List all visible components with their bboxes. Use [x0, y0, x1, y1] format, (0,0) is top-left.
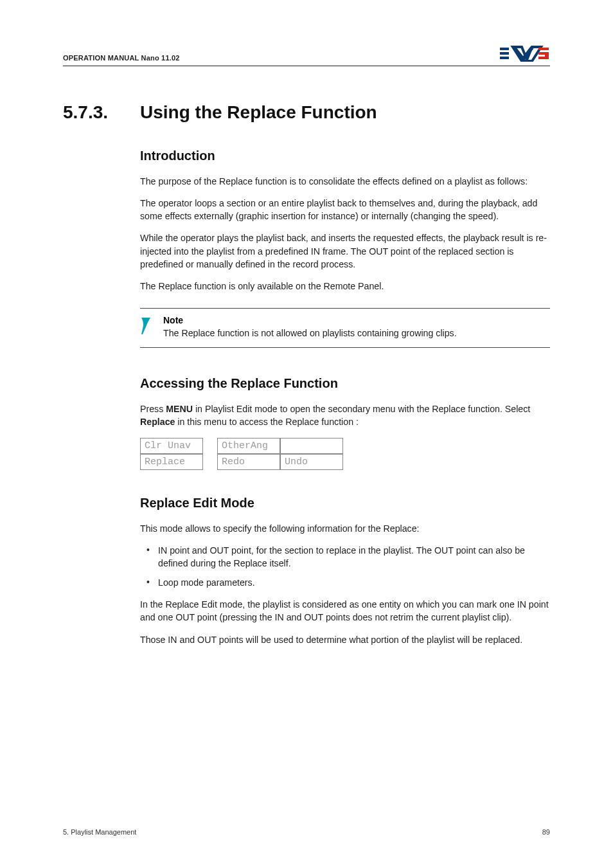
intro-heading: Introduction [140, 149, 550, 163]
menu-cell-r1c4 [280, 438, 343, 454]
svg-rect-2 [500, 57, 509, 59]
menu-spacer [203, 454, 217, 470]
section-number: 5.7.3. [63, 102, 140, 123]
note-icon [140, 315, 154, 338]
editmode-p1: This mode allows to specify the followin… [140, 522, 550, 535]
access-p1-mid: in Playlist Edit mode to open the second… [193, 404, 530, 414]
menu-cell-r2c4: Undo [280, 454, 343, 470]
menu-table: Clr Unav OtherAng Replace Redo Undo [140, 438, 343, 470]
access-p1-replace: Replace [140, 417, 175, 427]
menu-cell-r1c3: OtherAng [217, 438, 280, 454]
page-footer: 5. Playlist Management 89 [63, 828, 550, 836]
main-content: Introduction The purpose of the Replace … [140, 149, 550, 655]
note-block: Note The Replace function is not allowed… [140, 308, 550, 348]
evs-logo [500, 45, 550, 62]
footer-left: 5. Playlist Management [63, 828, 136, 836]
svg-rect-6 [545, 52, 549, 59]
access-heading: Accessing the Replace Function [140, 376, 550, 391]
footer-page-number: 89 [542, 828, 550, 836]
menu-cell-r2c3: Redo [217, 454, 280, 470]
svg-rect-3 [538, 48, 549, 50]
intro-p1: The purpose of the Replace function is t… [140, 175, 550, 188]
editmode-heading: Replace Edit Mode [140, 496, 550, 511]
access-p1-menu: MENU [166, 404, 193, 414]
svg-rect-1 [500, 52, 509, 55]
page: OPERATION MANUAL Nano 11.02 5.7.3. Using… [0, 0, 613, 868]
header-left-text: OPERATION MANUAL Nano 11.02 [63, 54, 180, 62]
svg-rect-0 [500, 48, 509, 50]
menu-cell-r2c1: Replace [140, 454, 203, 470]
access-p1-post: in this menu to access the Replace funct… [175, 417, 358, 427]
access-p1: Press MENU in Playlist Edit mode to open… [140, 402, 550, 428]
note-text: The Replace function is not allowed on p… [163, 327, 457, 339]
note-body: Note The Replace function is not allowed… [163, 315, 457, 339]
editmode-p2: In the Replace Edit mode, the playlist i… [140, 598, 550, 624]
section-title: Using the Replace Function [140, 102, 377, 123]
section-heading-row: 5.7.3. Using the Replace Function [63, 102, 550, 123]
bullet-item: IN point and OUT point, for the section … [140, 544, 550, 570]
svg-rect-4 [538, 52, 545, 55]
editmode-p3: Those IN and OUT points will be used to … [140, 633, 550, 646]
bullet-item: Loop mode parameters. [140, 576, 550, 589]
intro-p4: The Replace function is only available o… [140, 280, 550, 293]
menu-cell-r1c1: Clr Unav [140, 438, 203, 454]
access-p1-pre: Press [140, 404, 166, 414]
intro-p3: While the operator plays the playlist ba… [140, 231, 550, 270]
editmode-bullets: IN point and OUT point, for the section … [140, 544, 550, 589]
note-label: Note [163, 315, 457, 325]
page-header: OPERATION MANUAL Nano 11.02 [63, 45, 550, 66]
menu-spacer [203, 438, 217, 454]
intro-p2: The operator loops a section or an entir… [140, 197, 550, 222]
